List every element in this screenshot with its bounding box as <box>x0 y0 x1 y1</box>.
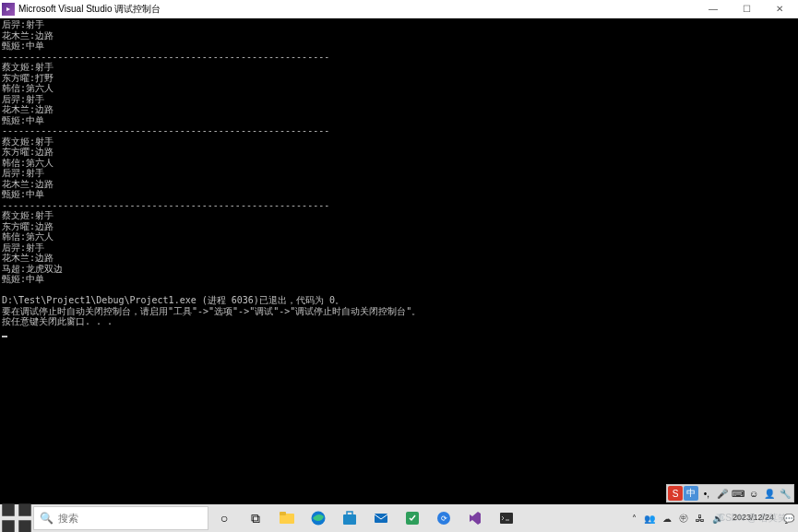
svg-rect-8 <box>347 512 352 515</box>
tray-ime-icon[interactable]: ㊥ <box>675 504 692 532</box>
tray-network-icon[interactable]: 🖧 <box>692 504 709 532</box>
edge-icon[interactable] <box>303 504 334 532</box>
app-blue-icon[interactable]: ⟳ <box>428 504 459 532</box>
tray-datetime[interactable]: 2023/12/24 <box>727 504 780 532</box>
minimize-button[interactable]: — <box>697 0 730 18</box>
window-title: Microsoft Visual Studio 调试控制台 <box>18 3 697 16</box>
search-input[interactable] <box>58 513 208 524</box>
tray-volume-icon[interactable]: 🔊 <box>709 504 727 532</box>
search-box[interactable]: 🔍 <box>33 506 208 530</box>
svg-rect-13 <box>500 513 513 524</box>
ime-sogou-icon[interactable]: S <box>668 486 683 501</box>
console-output[interactable]: 后羿:射手 花木兰:边路 甄姬:中单 ---------------------… <box>0 18 798 504</box>
terminal-icon[interactable] <box>491 504 522 532</box>
ime-keyboard-icon[interactable]: ⌨ <box>731 486 745 501</box>
mail-icon[interactable] <box>365 504 397 532</box>
task-icons: ○ ⧉ ⟳ <box>208 504 522 532</box>
svg-rect-9 <box>375 514 387 523</box>
svg-rect-3 <box>18 520 31 532</box>
maximize-button[interactable]: ☐ <box>730 0 763 18</box>
taskbar: 🔍 ○ ⧉ ⟳ ˄ 👥 ☁ ㊥ <box>0 504 798 532</box>
ime-emoji-icon[interactable]: ☺ <box>746 486 761 501</box>
search-icon: 🔍 <box>34 512 58 525</box>
cortana-icon[interactable]: ○ <box>208 504 240 532</box>
titlebar[interactable]: ▸ Microsoft Visual Studio 调试控制台 — ☐ ✕ <box>0 0 798 18</box>
windows-icon <box>0 502 33 532</box>
ime-chinese-icon[interactable]: 中 <box>684 486 698 501</box>
svg-rect-5 <box>280 512 286 515</box>
tray-chevron-up-icon[interactable]: ˄ <box>628 504 640 532</box>
tray-people-icon[interactable]: 👥 <box>640 504 659 532</box>
store-icon[interactable] <box>334 504 365 532</box>
svg-text:⟳: ⟳ <box>441 514 447 523</box>
ime-punct-icon[interactable]: •, <box>699 486 714 501</box>
tray-notifications-icon[interactable]: 💬 <box>780 504 798 532</box>
tray-onedrive-icon[interactable]: ☁ <box>659 504 675 532</box>
ime-tool-icon[interactable]: 🔧 <box>778 486 792 501</box>
start-button[interactable] <box>0 504 33 532</box>
svg-rect-0 <box>2 503 15 516</box>
ime-mic-icon[interactable]: 🎤 <box>715 486 730 501</box>
explorer-icon[interactable] <box>271 504 303 532</box>
tray-date: 2023/12/24 <box>732 514 774 522</box>
taskbar-spacer <box>522 504 628 532</box>
app-green-icon[interactable] <box>397 504 428 532</box>
svg-rect-2 <box>2 520 15 532</box>
close-button[interactable]: ✕ <box>763 0 796 18</box>
console-window: ▸ Microsoft Visual Studio 调试控制台 — ☐ ✕ 后羿… <box>0 0 798 504</box>
ime-toolbar[interactable]: S 中 •, 🎤 ⌨ ☺ 👤 🔧 <box>666 484 794 502</box>
window-controls: — ☐ ✕ <box>697 0 796 18</box>
ime-user-icon[interactable]: 👤 <box>762 486 777 501</box>
svg-rect-1 <box>18 503 31 516</box>
system-tray: ˄ 👥 ☁ ㊥ 🖧 🔊 2023/12/24 💬 <box>628 504 798 532</box>
task-view-icon[interactable]: ⧉ <box>240 504 271 532</box>
vs-icon: ▸ <box>2 3 15 16</box>
vs-purple-icon[interactable] <box>459 504 491 532</box>
